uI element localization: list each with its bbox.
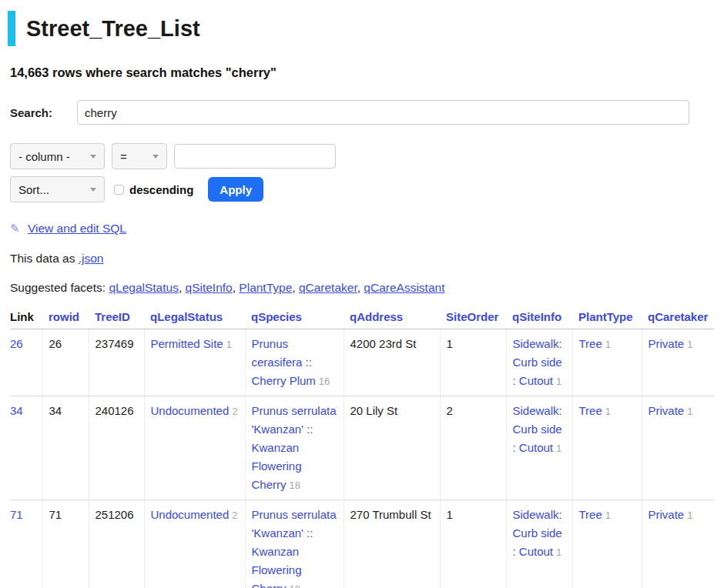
row-link[interactable]: 26: [10, 337, 23, 350]
species-link[interactable]: Prunus cerasifera :: Cherry Plum: [252, 337, 316, 387]
cell-qaddress: 4200 23rd St: [344, 329, 440, 396]
filter-row: - column - =: [10, 143, 724, 169]
plant-type-link[interactable]: Tree: [579, 508, 602, 521]
sql-row: ✎ View and edit SQL: [10, 222, 724, 236]
legal-status-link[interactable]: Undocumented: [151, 508, 230, 521]
cell-siteorder: 1: [440, 500, 506, 588]
cell-treeid: 251206: [89, 500, 144, 588]
pencil-icon: ✎: [10, 222, 20, 235]
sort-select[interactable]: Sort...: [10, 176, 105, 202]
plant-type-link[interactable]: Tree: [579, 404, 602, 417]
json-link[interactable]: .json: [79, 252, 104, 265]
descending-checkbox[interactable]: [114, 185, 124, 195]
sort-by-treeid[interactable]: TreeID: [95, 310, 130, 323]
cell-rowid: 71: [42, 500, 89, 588]
table-row: 26 26 237469 Permitted Site1 Prunus cera…: [10, 329, 714, 396]
column-header-siteorder: SiteOrder: [440, 308, 506, 329]
facet-link-qcaretaker[interactable]: qCaretaker: [299, 281, 357, 294]
site-info-link[interactable]: Sidewalk: Curb side : Cutout: [513, 404, 562, 454]
facets-label: Suggested facets:: [10, 281, 106, 294]
data-as-row: This data as .json: [10, 252, 724, 266]
cell-qaddress: 20 Lily St: [344, 396, 440, 500]
sort-by-qspecies[interactable]: qSpecies: [251, 310, 302, 323]
facets-row: Suggested facets: qLegalStatus, qSiteInf…: [10, 281, 724, 295]
column-header-planttype: PlantType: [572, 308, 642, 329]
facet-count: 1: [226, 339, 232, 350]
cell-siteorder: 2: [440, 396, 506, 500]
facet-count: 1: [556, 376, 561, 387]
results-table: Link rowid TreeID qLegalStatus qSpecies …: [10, 308, 714, 588]
cell-link: 26: [10, 329, 42, 396]
table-row: 34 34 240126 Undocumented2 Prunus serrul…: [10, 396, 714, 500]
sort-by-siteorder[interactable]: SiteOrder: [446, 310, 498, 323]
chevron-down-icon: [153, 155, 159, 159]
legal-status-link[interactable]: Permitted Site: [151, 337, 223, 350]
species-link[interactable]: Prunus serrulata 'Kwanzan' :: Kwanzan Fl…: [252, 508, 337, 588]
facet-count: 16: [319, 376, 330, 387]
column-header-link: Link: [10, 308, 42, 329]
site-info-link[interactable]: Sidewalk: Curb side : Cutout: [513, 508, 562, 558]
column-header-rowid: rowid: [42, 308, 89, 329]
sort-by-rowid[interactable]: rowid: [49, 310, 79, 323]
cell-rowid: 26: [42, 329, 89, 396]
column-header-qlegalstatus: qLegalStatus: [144, 308, 245, 329]
table-row: 71 71 251206 Undocumented2 Prunus serrul…: [10, 500, 714, 588]
row-link[interactable]: 71: [10, 508, 23, 521]
cell-qlegalstatus: Undocumented2: [144, 500, 245, 588]
rows-summary: 14,663 rows where search matches "cherry…: [10, 65, 724, 80]
descending-label[interactable]: descending: [129, 183, 193, 196]
cell-treeid: 240126: [89, 396, 144, 500]
chevron-down-icon: [90, 188, 96, 192]
cell-qcaretaker: Private1: [642, 500, 714, 588]
cell-qspecies: Prunus cerasifera :: Cherry Plum16: [245, 329, 344, 396]
site-info-link[interactable]: Sidewalk: Curb side : Cutout: [513, 337, 562, 387]
caretaker-link[interactable]: Private: [649, 508, 685, 521]
operator-select[interactable]: =: [112, 143, 167, 169]
species-link[interactable]: Prunus serrulata 'Kwanzan' :: Kwanzan Fl…: [252, 404, 337, 491]
sort-by-qaddress[interactable]: qAddress: [350, 310, 403, 323]
sort-by-qsiteinfo[interactable]: qSiteInfo: [512, 310, 561, 323]
sort-by-qcaretaker[interactable]: qCaretaker: [648, 310, 708, 323]
caretaker-link[interactable]: Private: [649, 404, 685, 417]
cell-planttype: Tree1: [572, 329, 642, 396]
column-header-qcaretaker: qCaretaker: [642, 308, 714, 329]
separator: ,: [179, 281, 186, 294]
cell-planttype: Tree1: [572, 396, 642, 500]
page-title: Street_Tree_List: [8, 11, 724, 46]
facet-link-qsiteinfo[interactable]: qSiteInfo: [186, 281, 233, 294]
operator-select-value: =: [120, 150, 127, 163]
sort-by-qlegalstatus[interactable]: qLegalStatus: [150, 310, 223, 323]
apply-button[interactable]: Apply: [208, 177, 263, 202]
filter-value-input[interactable]: [174, 144, 336, 169]
sort-row: Sort... descending Apply: [10, 176, 724, 202]
cell-qaddress: 270 Trumbull St: [344, 500, 440, 588]
search-form: Search:: [10, 100, 689, 125]
cell-qsiteinfo: Sidewalk: Curb side : Cutout1: [506, 396, 572, 500]
legal-status-link[interactable]: Undocumented: [151, 404, 230, 417]
cell-qsiteinfo: Sidewalk: Curb side : Cutout1: [506, 329, 572, 396]
chevron-down-icon: [90, 155, 96, 159]
column-select[interactable]: - column -: [10, 143, 105, 169]
sort-by-planttype[interactable]: PlantType: [578, 310, 633, 323]
cell-treeid: 237469: [89, 329, 144, 396]
column-select-value: - column -: [18, 150, 70, 163]
facet-link-qcareassistant[interactable]: qCareAssistant: [364, 281, 444, 294]
column-header-qsiteinfo: qSiteInfo: [506, 308, 572, 329]
row-link[interactable]: 34: [10, 404, 23, 417]
caretaker-link[interactable]: Private: [649, 337, 685, 350]
facet-count: 18: [290, 583, 300, 588]
search-input[interactable]: [77, 100, 689, 125]
plant-type-link[interactable]: Tree: [579, 337, 602, 350]
header-row: Link rowid TreeID qLegalStatus qSpecies …: [10, 308, 714, 329]
facet-count: 1: [605, 509, 611, 521]
facet-link-planttype[interactable]: PlantType: [239, 281, 292, 294]
cell-qlegalstatus: Permitted Site1: [144, 329, 245, 396]
view-edit-sql-link[interactable]: View and edit SQL: [28, 222, 126, 235]
cell-qspecies: Prunus serrulata 'Kwanzan' :: Kwanzan Fl…: [245, 396, 344, 500]
cell-qspecies: Prunus serrulata 'Kwanzan' :: Kwanzan Fl…: [245, 500, 344, 588]
facet-link-qlegalstatus[interactable]: qLegalStatus: [109, 281, 179, 294]
data-as-label: This data as: [10, 252, 75, 265]
facet-count: 1: [605, 406, 611, 417]
facet-count: 1: [605, 339, 611, 350]
cell-link: 71: [10, 500, 42, 588]
